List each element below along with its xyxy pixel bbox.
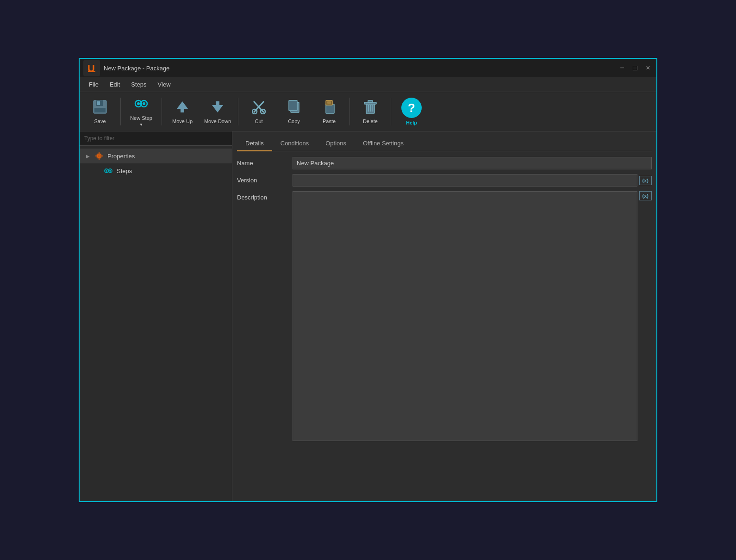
- delete-icon: [363, 100, 377, 117]
- copy-label: Copy: [288, 118, 300, 124]
- new-step-label: New Step: [130, 115, 152, 121]
- svg-rect-6: [94, 108, 106, 112]
- main-window: U New Package - Package − □ × File Edit …: [79, 58, 657, 502]
- move-down-label: Move Down: [204, 118, 231, 124]
- svg-rect-34: [99, 158, 100, 160]
- save-label: Save: [94, 118, 106, 124]
- version-control: (x): [293, 174, 652, 187]
- toolbar: Save New Step ▼: [80, 92, 656, 131]
- steps-icon: [104, 166, 113, 175]
- properties-icon: [94, 151, 104, 161]
- menu-view[interactable]: View: [152, 79, 176, 90]
- svg-rect-14: [216, 101, 219, 105]
- sep3: [238, 98, 238, 125]
- help-button[interactable]: ? Help: [395, 95, 428, 128]
- move-down-icon: [210, 100, 225, 117]
- name-input[interactable]: [293, 157, 652, 169]
- close-button[interactable]: ×: [643, 64, 653, 72]
- paste-icon: [322, 100, 336, 117]
- window-controls: − □ ×: [617, 64, 653, 72]
- help-label: Help: [406, 120, 417, 125]
- new-step-icon: [134, 96, 149, 113]
- title-bar: U New Package - Package − □ ×: [80, 59, 656, 77]
- paste-label: Paste: [323, 118, 336, 124]
- tab-offline-settings[interactable]: Offline Settings: [355, 136, 412, 151]
- name-control: [293, 157, 652, 169]
- description-input[interactable]: [293, 191, 637, 441]
- sep1: [120, 98, 121, 125]
- svg-rect-23: [327, 101, 331, 104]
- version-row: Version (x): [237, 174, 652, 187]
- sep5: [391, 98, 391, 125]
- version-label: Version: [237, 174, 293, 184]
- svg-rect-20: [289, 100, 297, 111]
- svg-rect-12: [181, 109, 184, 112]
- svg-rect-35: [95, 156, 97, 156]
- copy-icon: [287, 100, 301, 117]
- menu-steps[interactable]: Steps: [125, 79, 152, 90]
- name-row: Name: [237, 157, 652, 169]
- right-panel: Details Conditions Options Offline Setti…: [232, 131, 656, 501]
- tree-expander-properties: ▶: [85, 154, 91, 159]
- tree-label-steps: Steps: [117, 168, 132, 174]
- maximize-button[interactable]: □: [630, 64, 640, 72]
- svg-rect-36: [101, 156, 103, 156]
- svg-rect-33: [99, 152, 100, 154]
- move-up-label: Move Up: [172, 118, 193, 124]
- name-label: Name: [237, 157, 293, 167]
- move-up-icon: [175, 100, 190, 117]
- svg-text:U: U: [87, 62, 95, 74]
- svg-point-10: [143, 102, 145, 105]
- tabs: Details Conditions Options Offline Setti…: [237, 136, 652, 151]
- cut-icon: [252, 100, 266, 117]
- help-icon: ?: [401, 98, 422, 118]
- form-area: Name Version (x) Description: [237, 157, 652, 446]
- delete-label: Delete: [363, 118, 378, 124]
- sep4: [349, 98, 350, 125]
- tab-details[interactable]: Details: [237, 136, 272, 151]
- description-label: Description: [237, 191, 293, 201]
- main-content: ▶ Prope: [80, 131, 656, 501]
- tree-label-properties: Properties: [107, 153, 135, 160]
- minimize-button[interactable]: −: [617, 64, 627, 72]
- svg-rect-5: [97, 101, 100, 105]
- left-panel: ▶ Prope: [80, 131, 232, 501]
- tab-options[interactable]: Options: [317, 136, 355, 151]
- move-down-button[interactable]: Move Down: [201, 95, 234, 128]
- tree-item-properties[interactable]: ▶ Prope: [80, 149, 232, 163]
- app-logo: U: [83, 60, 100, 76]
- menu-bar: File Edit Steps View: [80, 77, 656, 92]
- version-var-button[interactable]: (x): [639, 176, 652, 185]
- svg-rect-26: [368, 100, 373, 102]
- save-button[interactable]: Save: [83, 95, 117, 128]
- window-title: New Package - Package: [104, 65, 617, 72]
- menu-file[interactable]: File: [83, 79, 104, 90]
- svg-point-38: [106, 170, 107, 172]
- svg-rect-21: [326, 104, 334, 113]
- new-step-arrow: ▼: [139, 123, 143, 127]
- paste-button[interactable]: Paste: [312, 95, 346, 128]
- tab-conditions[interactable]: Conditions: [272, 136, 317, 151]
- filter-input[interactable]: [80, 131, 232, 146]
- svg-point-8: [137, 102, 140, 105]
- copy-button[interactable]: Copy: [277, 95, 311, 128]
- svg-point-40: [109, 170, 111, 172]
- svg-point-32: [98, 155, 100, 157]
- move-up-button[interactable]: Move Up: [166, 95, 199, 128]
- svg-marker-13: [212, 105, 223, 112]
- cut-button[interactable]: Cut: [242, 95, 275, 128]
- description-row: Description (x): [237, 191, 652, 441]
- sep2: [162, 98, 162, 125]
- save-icon: [93, 100, 107, 117]
- version-input[interactable]: [293, 174, 637, 187]
- description-control: (x): [293, 191, 652, 441]
- tree-item-steps[interactable]: Steps: [80, 163, 232, 178]
- delete-button[interactable]: Delete: [354, 95, 387, 128]
- cut-label: Cut: [255, 118, 262, 124]
- menu-edit[interactable]: Edit: [104, 79, 125, 90]
- new-step-button[interactable]: New Step ▼: [125, 95, 158, 128]
- description-var-button[interactable]: (x): [639, 191, 652, 200]
- tree-area: ▶ Prope: [80, 146, 232, 501]
- svg-marker-11: [177, 101, 188, 109]
